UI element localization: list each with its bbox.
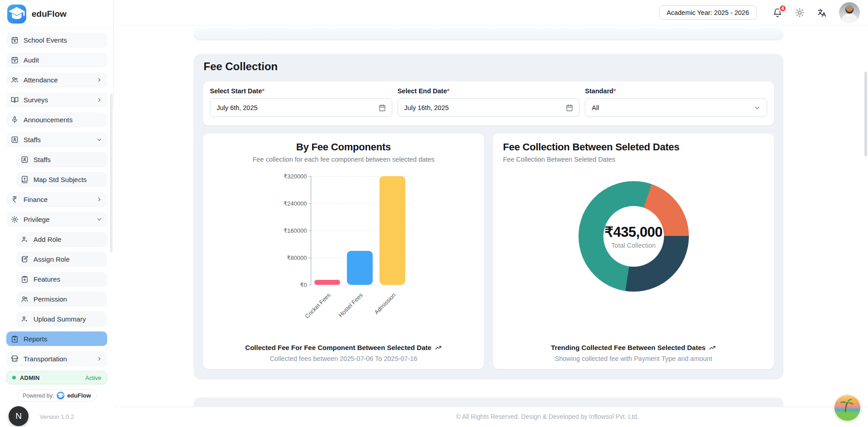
bar-band [344, 251, 376, 285]
next-section-card-top [194, 398, 783, 407]
calendar-icon[interactable] [565, 104, 574, 112]
footer-divider [114, 407, 868, 407]
sidebar-scrollbar[interactable] [110, 94, 113, 252]
donut-chart[interactable]: ₹435,000 Total Collection [579, 181, 689, 292]
content-scroll-area: Fee Collection Select Start Date* July 6… [114, 25, 868, 427]
app-title: eduFlow [32, 9, 66, 19]
donut-chart-footer-title: Trending Collected Fee Between Selected … [551, 344, 716, 351]
role-label: ADMIN [20, 374, 40, 381]
notification-badge: 4 [779, 5, 787, 12]
sidebar-item-label: Permission [33, 295, 67, 303]
sidebar-item-finance[interactable]: Finance [6, 192, 107, 206]
x-axis-label: Cricket Fees [304, 292, 332, 320]
chevron-right-icon [96, 96, 103, 103]
standard-label: Standard* [585, 87, 767, 95]
sidebar-item-audit[interactable]: Audit [6, 53, 107, 67]
bar-hostel-fees[interactable] [347, 251, 373, 285]
users-icon [21, 295, 28, 303]
sidebar-item-label: Upload Summary [33, 315, 86, 323]
settings-icon [11, 216, 19, 223]
standard-select[interactable]: All [585, 98, 767, 117]
powered-by-brand: eduFlow [67, 392, 91, 399]
trending-up-icon [435, 344, 442, 351]
donut-chart-title: Fee Collection Between Seleted Dates [503, 141, 774, 153]
y-axis-tick-mark [308, 285, 311, 285]
palm-tree-icon [835, 395, 860, 421]
sidebar-item-label: Staffs [33, 156, 51, 163]
x-axis-label: Admission [373, 292, 397, 316]
previous-section-card-remnant [194, 29, 783, 40]
sidebar-item-surveys[interactable]: Surveys [6, 92, 107, 107]
mic-icon [11, 116, 19, 124]
clipboard-plus-icon [21, 275, 28, 283]
bell-icon[interactable]: 4 [773, 8, 783, 18]
graduation-cap-icon [57, 392, 64, 399]
sidebar-item-staffs[interactable]: Staffs [16, 152, 107, 167]
sidebar-logo[interactable]: eduFlow [0, 0, 114, 28]
calendar-heart-icon [11, 36, 19, 44]
sun-icon[interactable] [795, 8, 805, 18]
sidebar-item-reports[interactable]: Reports [6, 331, 107, 346]
sidebar-item-label: Reports [24, 335, 47, 343]
sidebar-item-permission[interactable]: Permission [16, 292, 107, 306]
sidebar-item-assign-role[interactable]: Assign Role [16, 252, 107, 266]
sidebar-menu: School EventsAuditAttendanceSurveysAnnou… [0, 30, 114, 369]
sidebar-item-school-events[interactable]: School Events [6, 33, 107, 47]
bar-band [376, 176, 409, 285]
sidebar-item-announcements[interactable]: Announcements [6, 112, 107, 127]
total-collection-value: ₹435,000 [605, 224, 663, 240]
start-date-value: July 6th, 2025 [217, 104, 378, 111]
end-date-input[interactable]: July 16th, 2025 [398, 98, 580, 117]
translate-icon[interactable] [817, 8, 827, 18]
y-axis-tick-label: ₹240000 [271, 200, 307, 207]
users-icon [11, 76, 19, 84]
academic-year-button[interactable]: Academic Year: 2025 - 2026 [659, 5, 757, 20]
sidebar: eduFlow School EventsAuditAttendanceSurv… [0, 0, 114, 427]
role-badge[interactable]: ADMIN Active [6, 371, 107, 384]
bar-cricket-fees[interactable] [314, 280, 340, 285]
standard-field: Standard* All [585, 87, 767, 125]
bar-chart[interactable]: ₹0₹80000₹160000₹240000₹320000Cricket Fee… [269, 173, 418, 315]
start-date-field: Select Start Date* July 6th, 2025 [210, 87, 392, 125]
role-status: Active [85, 374, 101, 381]
sidebar-item-privilege[interactable]: Privilege [6, 212, 107, 226]
sidebar-item-label: Staffs [24, 136, 41, 144]
bus-icon [11, 355, 19, 363]
sidebar-item-map-std-subjects[interactable]: Map Std Subjects [16, 172, 107, 187]
start-date-input[interactable]: July 6th, 2025 [210, 98, 392, 117]
user-plus-icon [21, 315, 28, 323]
sidebar-item-label: Announcements [24, 116, 72, 124]
powered-by-pill[interactable]: Powered by: eduFlow [17, 389, 97, 402]
sidebar-item-label: Transportation [24, 355, 67, 363]
bar-chart-card: By Fee Components Fee collection for eac… [203, 134, 484, 369]
sidebar-item-label: Add Role [33, 235, 62, 243]
notification-widget-button[interactable]: N [9, 406, 28, 426]
section-title: Fee Collection [204, 60, 278, 73]
user-avatar[interactable] [839, 2, 860, 23]
sidebar-item-upload-summary[interactable]: Upload Summary [16, 312, 107, 326]
powered-by-label: Powered by: [23, 393, 54, 399]
x-axis-label: Hostel Fees [337, 292, 364, 319]
calendar-icon[interactable] [378, 104, 386, 112]
sidebar-item-transportation[interactable]: Transportation [6, 351, 107, 366]
user-plus-icon [21, 235, 28, 243]
top-header: Academic Year: 2025 - 2026 4 [114, 0, 868, 25]
window-scrollbar[interactable] [864, 72, 867, 156]
bar-chart-plot [311, 176, 408, 285]
calendar-heart-icon [11, 56, 19, 64]
sidebar-item-features[interactable]: Features [16, 272, 107, 286]
required-asterisk: * [262, 87, 265, 95]
sidebar-item-staffs[interactable]: Staffs [6, 132, 107, 147]
bar-admission[interactable] [379, 176, 405, 285]
rupee-icon [11, 196, 19, 203]
sidebar-item-add-role[interactable]: Add Role [16, 232, 107, 246]
sidebar-item-label: Finance [24, 196, 47, 203]
end-date-value: July 16th, 2025 [404, 104, 566, 111]
y-axis-tick-label: ₹320000 [271, 173, 307, 180]
chevron-down-icon [96, 216, 103, 223]
main-area: Academic Year: 2025 - 2026 4 Fee Collect… [114, 0, 868, 427]
sidebar-item-label: Privilege [24, 216, 50, 223]
sidebar-item-attendance[interactable]: Attendance [6, 72, 107, 87]
tropical-widget-button[interactable] [835, 395, 860, 421]
chevron-down-icon [753, 104, 761, 112]
